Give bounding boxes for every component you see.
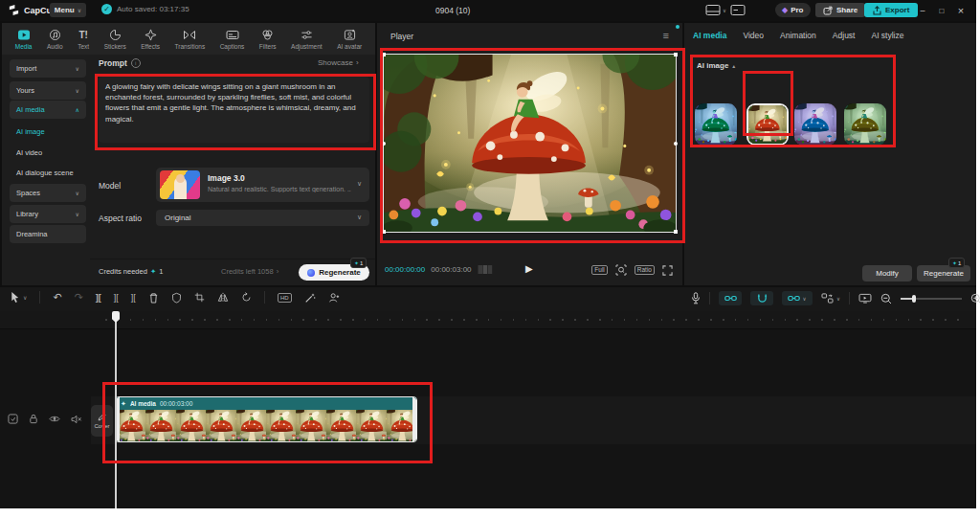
tab-media[interactable]: Media [15,29,33,50]
tab-ai-stylize[interactable]: AI stylize [871,31,903,40]
auto-linkage-toggle[interactable]: ∨ [782,291,813,305]
tab-effects[interactable]: Effects [141,29,160,50]
aspect-ratio-dropdown[interactable]: Original ∨ [156,210,369,226]
prompt-input[interactable]: A glowing fairy with delicate wings sitt… [99,77,369,143]
player-menu-icon[interactable]: ≡ [663,30,669,41]
share-button[interactable]: Share [815,3,865,17]
ai-image-section-header[interactable]: AI image ▴ [697,61,735,70]
track-view-button[interactable]: ∨ [821,293,840,304]
selection-handle-right[interactable] [674,142,678,146]
zoom-in-button[interactable] [970,293,980,304]
ai-image-thumbnail-3[interactable] [794,103,836,146]
pro-button[interactable]: ◆ Pro [775,3,811,17]
full-screen-toggle[interactable]: Full [591,265,607,275]
tab-audio[interactable]: Audio [47,29,63,50]
slider-handle[interactable] [912,295,916,303]
undo-button[interactable]: ↶ [53,291,61,304]
ai-image-thumbnail-1[interactable] [695,103,737,146]
preview-quality-icon[interactable] [858,293,872,304]
minimize-button[interactable]: – [917,5,928,16]
share-label: Share [836,6,858,14]
credits-left-link[interactable]: Credits left 1058 › [221,267,278,276]
pro-label: Pro [791,6,803,14]
character-icon[interactable] [328,292,340,304]
modify-button[interactable]: Modify [862,265,912,282]
main-track-magnet-toggle[interactable] [750,291,773,305]
sidebar-item-yours[interactable]: Yours∨ [10,81,86,100]
showcase-link[interactable]: Showcase › [318,58,359,67]
cover-button[interactable]: Cover [91,405,113,437]
mute-track-icon[interactable] [71,415,82,424]
hd-toggle[interactable]: HD [278,293,292,303]
close-button[interactable]: × [955,5,967,16]
frame-step-icon[interactable] [478,264,493,275]
crop-icon[interactable] [194,292,205,303]
hide-track-icon[interactable] [49,415,60,423]
rotate-icon[interactable] [241,292,252,303]
zoom-focus-icon[interactable] [615,264,627,276]
selection-handle-tr[interactable] [674,53,678,56]
menu-label: Menu [55,6,75,14]
model-dropdown[interactable]: Image 3.0 Natural and realistic. Support… [156,168,369,202]
ratio-toggle[interactable]: Ratio [635,265,655,275]
playhead-line[interactable] [115,311,117,508]
tab-adjustment[interactable]: Adjustment [291,29,323,50]
ai-image-thumbnail-4[interactable] [844,103,886,146]
play-button[interactable]: ▶ [525,263,533,274]
mask-icon[interactable] [171,292,182,304]
sidebar-item-dreamina[interactable]: Dreamina [10,225,86,243]
record-voiceover-icon[interactable] [691,292,701,304]
delete-right-icon[interactable]: ][ [131,293,136,303]
clip-trim-handle-right[interactable] [412,397,416,442]
selection-handle-br[interactable] [674,230,678,234]
chevron-down-icon: ∨ [76,65,79,72]
timeline-ruler[interactable] [0,311,976,329]
total-time: 00:00:03:00 [431,265,471,274]
tab-transitions[interactable]: Transitions [175,29,206,50]
preview-axis-toggle[interactable] [719,291,742,305]
select-tool-button[interactable]: ∨ [10,291,27,304]
zoom-out-button[interactable] [880,293,892,304]
delete-icon[interactable] [148,292,159,304]
track-options-icon[interactable] [8,414,18,424]
magic-wand-icon[interactable] [304,292,316,304]
regenerate-cost-badge-inspector: ✦ 1 [948,258,965,268]
tab-stickers[interactable]: Stickers [104,29,126,50]
selection-handle-left[interactable] [382,142,386,146]
tab-adjust[interactable]: Adjust [833,31,856,40]
mirror-icon[interactable] [217,292,229,303]
tab-ai-media[interactable]: AI media [693,31,726,40]
sidebar-item-spaces[interactable]: Spaces∨ [10,184,86,202]
sidebar-item-ai-video[interactable]: AI video [10,144,86,162]
tab-captions[interactable]: Captions [220,29,245,50]
sidebar-item-library[interactable]: Library∨ [10,205,86,223]
tab-filters[interactable]: Filters [259,29,277,50]
chevron-down-icon: ∨ [78,7,81,13]
tab-video[interactable]: Video [743,31,764,40]
timeline-zoom-slider[interactable] [901,292,962,304]
selection-handle-tl[interactable] [382,53,386,56]
lock-track-icon[interactable] [29,414,38,424]
player-canvas[interactable] [383,54,677,233]
clip-trim-handle-left[interactable] [116,397,120,442]
panel-layout-button[interactable] [730,4,746,16]
selection-handle-bl[interactable] [382,230,386,234]
sidebar-item-ai-dialogue-scene[interactable]: AI dialogue scene [10,164,92,182]
redo-button[interactable]: ↷ [75,291,83,304]
sidebar-item-ai-media[interactable]: AI media∧ [10,101,86,119]
layout-toggle-button[interactable]: ∨ [705,4,726,16]
sidebar-item-ai-image[interactable]: AI image [10,123,86,141]
expand-icon[interactable] [662,265,673,276]
tab-animation[interactable]: Animation [780,31,816,40]
export-button[interactable]: Export [864,3,918,17]
delete-left-icon[interactable]: ][ [114,293,119,303]
split-icon[interactable]: ][ [96,293,101,303]
ai-avatar-icon [344,29,356,41]
timeline-clip-ai-media[interactable]: ✦ AI media 00:00:03:00 [115,396,417,442]
ai-image-thumbnail-2-selected[interactable] [746,103,789,146]
maximize-button[interactable]: □ [936,5,947,16]
sidebar-item-import[interactable]: Import∨ [10,59,86,78]
tab-ai-avatar[interactable]: AI avatar [337,29,362,50]
menu-button[interactable]: Menu ∨ [50,3,86,17]
tab-text[interactable]: T! Text [78,29,89,50]
